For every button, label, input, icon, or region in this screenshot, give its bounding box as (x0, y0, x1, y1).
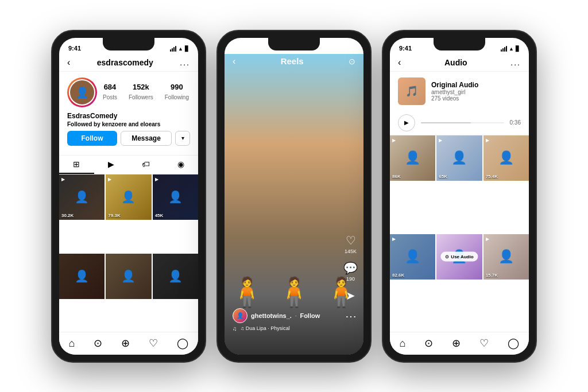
audio-count-4: 82.6K (392, 273, 404, 278)
phone-1-wifi-icon: ▲ (178, 46, 183, 52)
use-audio-button[interactable]: ⊙ Use Audio (440, 252, 478, 262)
stat-posts: 684 Posts (103, 83, 117, 102)
following-value: 990 (165, 83, 189, 91)
audio-duration: 0:36 (510, 119, 521, 126)
followers-value: 152k (129, 83, 153, 91)
phone-2-screen: 9:41 ▲ ▊ 🧍 🧍 🧍 (225, 38, 363, 355)
nav-add-3[interactable]: ⊕ (452, 337, 461, 350)
phone-1-battery-icon: ▊ (185, 46, 189, 52)
posts-value: 684 (103, 83, 117, 91)
follow-button[interactable]: Follow (67, 131, 117, 146)
grid-cell-3: 👤 ▶ 45K (153, 174, 198, 220)
grid-count-2: 79.3K (108, 213, 120, 218)
nav-heart-3[interactable]: ♡ (479, 337, 489, 350)
tab-tagged[interactable]: 🏷 (129, 156, 164, 174)
phone-2-signal-icon (335, 46, 342, 52)
reel-more-button[interactable]: ⋯ (345, 309, 357, 323)
message-button[interactable]: Message (121, 131, 172, 146)
play-icon-2: ▶ (108, 177, 111, 182)
grid-cell-4: 👤 (59, 254, 105, 299)
phone-3-bottom-nav: ⌂ ⊙ ⊕ ♡ ◯ (390, 332, 529, 355)
phone-3-screen: 9:41 ▲ ▊ ‹ Audio ... 🎵 Original (390, 38, 529, 355)
phone-2: 9:41 ▲ ▊ 🧍 🧍 🧍 (216, 30, 372, 363)
reel-share-button[interactable]: ➤ (346, 289, 355, 302)
audio-count: 275 videos (431, 95, 521, 102)
audio-more-button[interactable]: ... (510, 58, 521, 67)
audio-title: Audio (444, 58, 467, 67)
profile-display-name: EsdrasComedy (67, 112, 190, 120)
phone-2-wifi-icon: ▲ (343, 46, 349, 52)
audio-count-1: 86K (392, 174, 401, 179)
phone-3: 9:41 ▲ ▊ ‹ Audio ... 🎵 Original (382, 30, 537, 363)
nav-home[interactable]: ⌂ (69, 337, 75, 350)
reels-camera-button[interactable]: ⊙ (349, 57, 355, 66)
nav-profile-3[interactable]: ◯ (508, 337, 519, 350)
reels-back-button[interactable]: ‹ (233, 56, 235, 67)
reel-follow-button[interactable]: Follow (300, 312, 320, 319)
followed-by-names: kenzoere and eloears (102, 121, 161, 127)
use-audio-label: Use Audio (451, 254, 473, 259)
profile-followed-by: Followed by kenzoere and eloears (67, 121, 190, 127)
nav-home-3[interactable]: ⌂ (400, 337, 406, 350)
nav-add[interactable]: ⊕ (121, 337, 130, 350)
audio-cell-6: 👤 ▶ 15.7K (483, 234, 529, 280)
use-audio-icon: ⊙ (445, 254, 449, 259)
tab-grid[interactable]: ⊞ (59, 156, 94, 174)
followed-by-text: Followed by (67, 121, 102, 127)
reel-like-button[interactable]: ♡ 145K (345, 234, 357, 254)
phone-1-screen: 9:41 ▲ ▊ ‹ esdrascomedy ... (59, 38, 198, 355)
play-icon-3: ▶ (155, 177, 158, 182)
back-button[interactable]: ‹ (67, 57, 70, 68)
audio-cell-2: 👤 ▶ 65K (436, 135, 482, 181)
tab-reels[interactable]: ▶ (94, 156, 129, 174)
reel-likes-count: 145K (345, 249, 357, 254)
audio-cell-3: 👤 ▶ 75.4K (483, 135, 529, 181)
audio-back-button[interactable]: ‹ (398, 57, 401, 68)
profile-tabs: ⊞ ▶ 🏷 ◉ (59, 155, 198, 174)
phone-3-wifi-icon: ▲ (509, 46, 514, 52)
reels-title: Reels (281, 56, 304, 66)
reel-comment-button[interactable]: 💬 190 (343, 261, 358, 282)
phone-2-battery-icon: ▊ (350, 46, 354, 52)
play-icon-1: ▶ (61, 177, 65, 182)
phone-1-status-icons: ▲ ▊ (170, 46, 189, 52)
reel-music-info: ♫ ♫ Dua Lipa · Physical (233, 325, 290, 332)
audio-progress-fill (421, 122, 471, 123)
audio-thumbnail: 🎵 (398, 77, 425, 105)
grid-count-1: 30.2K (61, 213, 74, 218)
person-figure-2: 🧍 (276, 275, 312, 309)
more-options-button[interactable]: ... (180, 58, 190, 67)
reels-header: ‹ Reels ⊙ (225, 54, 363, 70)
phone-1-signal-icon (170, 46, 176, 52)
following-label: Following (165, 94, 189, 100)
audio-player: ▶ 0:36 (390, 111, 529, 135)
phones-container: 9:41 ▲ ▊ ‹ esdrascomedy ... (40, 18, 548, 374)
audio-progress-bar[interactable] (421, 122, 504, 123)
phone-3-signal-icon (501, 46, 507, 52)
stat-followers: 152k Followers (129, 83, 153, 102)
tab-mention[interactable]: ◉ (164, 156, 199, 174)
play-icon-a1: ▶ (392, 138, 396, 143)
profile-header: ‹ esdrascomedy ... (59, 54, 198, 72)
dropdown-button[interactable]: ▾ (175, 131, 190, 146)
grid-cell-1: 👤 ▶ 30.2K (59, 174, 105, 220)
nav-search[interactable]: ⊙ (94, 337, 102, 350)
avatar-image: 👤 (69, 79, 95, 106)
reels-screen: 🧍 🧍 🧍 ‹ Reels ⊙ 👤 ghettotwins_. · F (225, 54, 363, 355)
audio-cell-4: 👤 ▶ 82.6K (390, 234, 435, 280)
phone-1-bottom-nav: ⌂ ⊙ ⊕ ♡ ◯ (59, 332, 198, 355)
play-icon-a2: ▶ (439, 138, 442, 143)
nav-search-3[interactable]: ⊙ (424, 337, 433, 350)
audio-play-button[interactable]: ▶ (398, 114, 415, 131)
reel-comments-count: 190 (346, 276, 355, 282)
audio-count-6: 15.7K (486, 273, 498, 278)
profile-grid: 👤 ▶ 30.2K 👤 ▶ 79.3K 👤 ▶ 45K 👤 (59, 174, 198, 332)
phone-3-battery-icon: ▊ (516, 46, 520, 52)
profile-stats-row: 👤 684 Posts 152k Followers 990 (67, 77, 190, 107)
play-icon-a6: ▶ (486, 236, 489, 242)
comment-action-icon: 💬 (343, 261, 358, 275)
play-icon-a4: ▶ (392, 236, 396, 242)
nav-profile[interactable]: ◯ (177, 337, 188, 350)
nav-heart[interactable]: ♡ (149, 337, 158, 350)
audio-info-row: 🎵 Original Audio amethyst_girl 275 video… (390, 72, 529, 111)
